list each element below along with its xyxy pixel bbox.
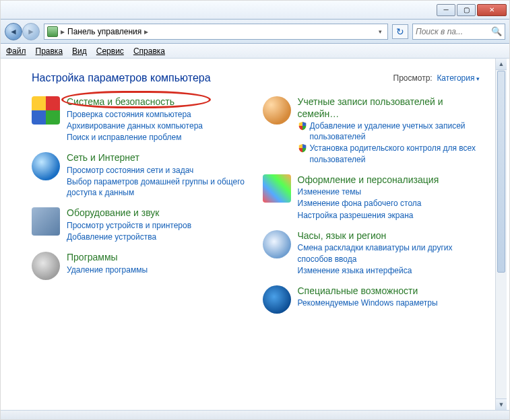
category-link[interactable]: Добавление и удаление учетных записей по… (310, 120, 487, 142)
category-icon (263, 285, 291, 314)
content-area: Настройка параметров компьютера Просмотр… (5, 59, 493, 410)
window-titlebar: ─ ▢ ✕ (1, 1, 509, 20)
menu-file[interactable]: Файл (6, 46, 26, 56)
category-icon (263, 96, 291, 125)
category-link[interactable]: Проверка состояния компьютера (67, 109, 203, 120)
category-icon (32, 152, 60, 180)
category-link[interactable]: Установка родительского контроля для все… (310, 143, 487, 164)
category-right-2: Часы, язык и регионСмена раскладки клави… (263, 230, 487, 276)
scroll-down-button[interactable]: ▼ (496, 398, 507, 410)
forward-button[interactable]: ► (22, 23, 40, 40)
category-title[interactable]: Оформление и персонализация (298, 174, 439, 186)
category-title[interactable]: Оборудование и звук (67, 207, 191, 219)
page-title: Настройка параметров компьютера (32, 72, 211, 84)
category-body: Учетные записи пользователей и семейн…До… (298, 96, 487, 165)
category-link[interactable]: Удаление программы (67, 265, 148, 275)
maximize-button[interactable]: ▢ (457, 4, 476, 16)
search-box[interactable]: 🔍 (412, 24, 505, 40)
category-title[interactable]: Система и безопасность (67, 96, 203, 108)
category-link[interactable]: Изменение темы (298, 186, 439, 197)
category-title[interactable]: Программы (67, 252, 148, 264)
category-icon (32, 207, 60, 236)
address-bar[interactable]: ▸ Панель управления ▸ ▾ (44, 24, 388, 40)
category-title[interactable]: Специальные возможности (298, 285, 438, 298)
breadcrumb-sep: ▸ (61, 27, 65, 36)
minimize-button[interactable]: ─ (437, 4, 455, 16)
search-icon: 🔍 (491, 26, 502, 36)
category-left-2: Оборудование и звукПросмотр устройств и … (32, 207, 256, 242)
scroll-thumb[interactable] (497, 71, 505, 273)
menu-view[interactable]: Вид (72, 46, 87, 56)
search-input[interactable] (416, 27, 490, 36)
category-link[interactable]: Смена раскладки клавиатуры или других сп… (298, 242, 487, 264)
scrollbar[interactable]: ▲ ▼ (495, 59, 507, 410)
category-right-3: Специальные возможностиРекомендуемые Win… (263, 285, 487, 314)
category-title[interactable]: Учетные записи пользователей и семейн… (298, 96, 487, 120)
category-link[interactable]: Просмотр устройств и принтеров (67, 220, 191, 231)
category-link[interactable]: Архивирование данных компьютера (67, 120, 203, 131)
category-body: Оборудование и звукПросмотр устройств и … (67, 207, 191, 242)
category-left-3: ПрограммыУдаление программы (32, 252, 256, 280)
menu-help[interactable]: Справка (133, 46, 165, 56)
close-button[interactable]: ✕ (477, 4, 507, 16)
category-link[interactable]: Просмотр состояния сети и задач (67, 165, 256, 176)
view-by-value[interactable]: Категория (437, 73, 480, 83)
category-link[interactable]: Выбор параметров домашней группы и общег… (67, 176, 256, 198)
breadcrumb-location[interactable]: Панель управления (67, 27, 141, 36)
category-icon (32, 252, 60, 280)
category-link[interactable]: Настройка разрешения экрана (298, 210, 439, 221)
status-bar (1, 410, 509, 419)
scroll-up-button[interactable]: ▲ (496, 59, 507, 70)
category-icon (263, 174, 291, 203)
category-title[interactable]: Сеть и Интернет (67, 152, 256, 164)
category-body: Сеть и ИнтернетПросмотр состояния сети и… (67, 152, 256, 198)
uac-shield-icon (298, 121, 307, 131)
category-link[interactable]: Поиск и исправление проблем (67, 132, 203, 143)
category-body: Специальные возможностиРекомендуемые Win… (298, 285, 438, 314)
category-title[interactable]: Часы, язык и регион (298, 230, 487, 242)
category-icon (263, 230, 291, 258)
address-dropdown[interactable]: ▾ (376, 28, 385, 35)
category-link[interactable]: Изменение фона рабочего стола (298, 198, 439, 209)
back-button[interactable]: ◄ (5, 23, 22, 40)
view-by: Просмотр: Категория (393, 73, 480, 83)
category-right-1: Оформление и персонализацияИзменение тем… (263, 174, 487, 221)
menu-bar: Файл Правка Вид Сервис Справка (1, 44, 509, 59)
right-column: Учетные записи пользователей и семейн…До… (263, 96, 487, 314)
category-link[interactable]: Изменение языка интерфейса (298, 265, 487, 276)
category-right-0: Учетные записи пользователей и семейн…До… (263, 96, 487, 165)
left-column: Система и безопасностьПроверка состояния… (32, 96, 256, 314)
control-panel-icon (47, 26, 58, 37)
category-body: Система и безопасностьПроверка состояния… (67, 96, 203, 143)
breadcrumb-sep-2: ▸ (144, 27, 148, 36)
category-icon (32, 96, 60, 125)
menu-edit[interactable]: Правка (36, 46, 63, 56)
category-link[interactable]: Добавление устройства (67, 232, 191, 242)
category-body: ПрограммыУдаление программы (67, 252, 148, 280)
category-left-0: Система и безопасностьПроверка состояния… (32, 96, 256, 143)
shielded-link-row: Добавление и удаление учетных записей по… (298, 120, 487, 142)
menu-tools[interactable]: Сервис (96, 46, 124, 56)
refresh-button[interactable]: ↻ (392, 24, 408, 39)
navigation-bar: ◄ ► ▸ Панель управления ▸ ▾ ↻ 🔍 (1, 20, 509, 44)
category-link[interactable]: Рекомендуемые Windows параметры (298, 298, 438, 308)
category-body: Часы, язык и регионСмена раскладки клави… (298, 230, 487, 276)
category-body: Оформление и персонализацияИзменение тем… (298, 174, 439, 221)
shielded-link-row: Установка родительского контроля для все… (298, 143, 487, 164)
category-left-1: Сеть и ИнтернетПросмотр состояния сети и… (32, 152, 256, 198)
uac-shield-icon (298, 143, 307, 153)
view-by-label: Просмотр: (393, 73, 433, 83)
